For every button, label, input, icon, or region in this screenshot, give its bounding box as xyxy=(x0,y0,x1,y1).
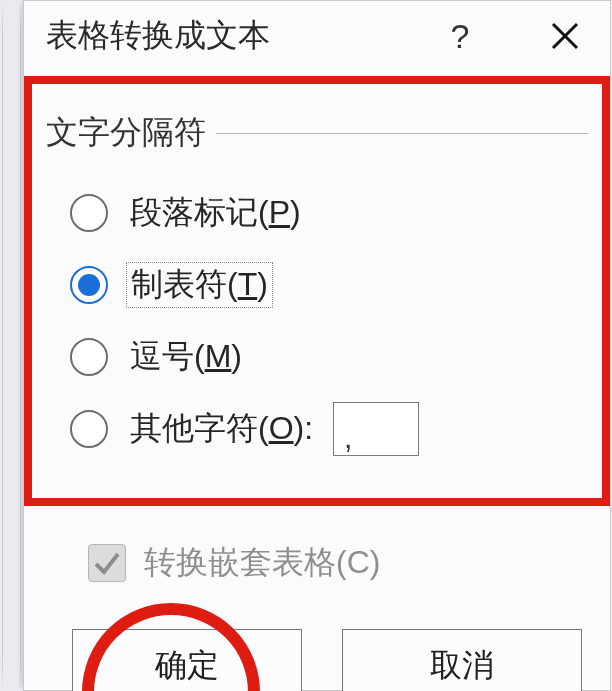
nested-tables-label: 转换嵌套表格(C) xyxy=(144,541,380,585)
cancel-button-label: 取消 xyxy=(430,644,494,688)
option-tab[interactable]: 制表符(T) xyxy=(70,249,588,321)
close-button[interactable] xyxy=(530,1,600,71)
radio-icon xyxy=(70,410,108,448)
radio-icon xyxy=(70,338,108,376)
separator-options: 段落标记(P) 制表符(T) 逗号(M) 其他字符(O): , xyxy=(70,177,588,465)
help-icon: ? xyxy=(451,17,470,56)
cancel-button[interactable]: 取消 xyxy=(342,629,582,691)
close-icon xyxy=(550,21,580,51)
section-heading: 文字分隔符 xyxy=(46,111,588,155)
titlebar: 表格转换成文本 ? xyxy=(24,1,610,71)
dialog-title: 表格转换成文本 xyxy=(46,14,270,58)
ok-button[interactable]: 确定 xyxy=(72,629,302,691)
option-tab-label: 制表符(T) xyxy=(126,262,273,308)
option-paragraph-label: 段落标记(P) xyxy=(130,191,301,235)
option-comma[interactable]: 逗号(M) xyxy=(70,321,588,393)
radio-icon xyxy=(70,266,108,304)
nested-tables-checkbox[interactable] xyxy=(88,544,126,582)
option-other-label: 其他字符(O): xyxy=(130,407,313,451)
help-button[interactable]: ? xyxy=(430,1,490,71)
option-other[interactable]: 其他字符(O): , xyxy=(70,393,588,465)
other-char-input[interactable]: , xyxy=(333,402,419,456)
option-comma-label: 逗号(M) xyxy=(130,335,242,379)
divider xyxy=(216,133,588,134)
button-row: 确定 取消 xyxy=(72,629,582,691)
dialog-content: 文字分隔符 段落标记(P) 制表符(T) 逗号(M) 其他字符(O): , xyxy=(24,71,610,465)
dialog: 表格转换成文本 ? 文字分隔符 段落标记(P) 制表符(T) 逗号(M) xyxy=(23,0,611,691)
option-paragraph[interactable]: 段落标记(P) xyxy=(70,177,588,249)
ok-button-label: 确定 xyxy=(155,644,219,688)
radio-icon xyxy=(70,194,108,232)
nested-tables-row: 转换嵌套表格(C) xyxy=(88,541,380,585)
check-icon xyxy=(92,548,122,578)
section-heading-label: 文字分隔符 xyxy=(46,114,206,150)
